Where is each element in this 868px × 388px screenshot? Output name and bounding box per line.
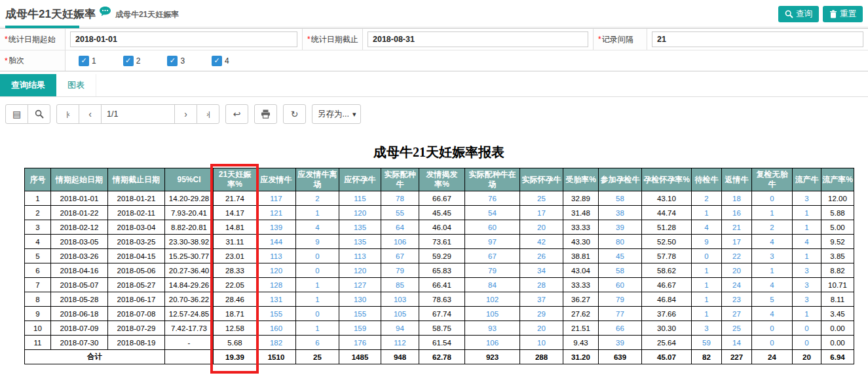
cell-link[interactable]: 45 bbox=[599, 249, 642, 263]
parity-checkbox-2[interactable]: ✓ 2 bbox=[123, 56, 141, 66]
cell-link[interactable]: 93 bbox=[465, 321, 520, 336]
cell-link[interactable]: 27 bbox=[722, 307, 752, 321]
query-button[interactable]: 查询 bbox=[778, 6, 819, 22]
cell-link[interactable]: 155 bbox=[257, 307, 296, 321]
cell-link[interactable]: 1 bbox=[296, 278, 339, 292]
cell-link[interactable]: 58 bbox=[599, 191, 642, 206]
cell-link[interactable]: 17 bbox=[520, 206, 563, 220]
cell-link[interactable]: 4 bbox=[296, 220, 339, 235]
last-page-button[interactable]: ›| bbox=[197, 104, 219, 124]
cell-link[interactable]: 78 bbox=[381, 191, 419, 206]
back-button[interactable]: ↩ bbox=[225, 104, 248, 124]
first-page-button[interactable]: |‹ bbox=[56, 104, 79, 124]
cell-link[interactable]: 79 bbox=[599, 292, 642, 307]
prev-page-button[interactable]: ‹ bbox=[79, 104, 102, 124]
cell-link[interactable]: 94 bbox=[381, 321, 419, 336]
cell-link[interactable]: 37 bbox=[520, 292, 563, 307]
cell-link[interactable]: 24 bbox=[722, 278, 752, 292]
cell-link[interactable]: 0 bbox=[296, 263, 339, 278]
cell-link[interactable]: 1 bbox=[793, 307, 821, 321]
end-date-input[interactable] bbox=[368, 31, 588, 47]
search-button[interactable] bbox=[28, 104, 50, 124]
cell-link[interactable]: 106 bbox=[381, 235, 419, 249]
cell-link[interactable]: 0 bbox=[296, 249, 339, 263]
cell-link[interactable]: 130 bbox=[339, 292, 381, 307]
cell-link[interactable]: 1 bbox=[692, 206, 722, 220]
cell-link[interactable]: 139 bbox=[257, 220, 296, 235]
cell-link[interactable]: 1 bbox=[793, 249, 821, 263]
cell-link[interactable]: 25 bbox=[520, 191, 563, 206]
page-number-input[interactable] bbox=[101, 104, 175, 124]
cell-link[interactable]: 4 bbox=[793, 235, 821, 249]
cell-link[interactable]: 3 bbox=[793, 292, 821, 307]
cell-link[interactable]: 1 bbox=[296, 292, 339, 307]
cell-link[interactable]: 1 bbox=[793, 220, 821, 235]
cell-link[interactable]: 97 bbox=[465, 235, 520, 249]
cell-link[interactable]: 79 bbox=[381, 263, 419, 278]
cell-link[interactable]: 60 bbox=[599, 278, 642, 292]
cell-link[interactable]: 0 bbox=[296, 307, 339, 321]
cell-link[interactable]: 127 bbox=[339, 278, 381, 292]
cell-link[interactable]: 1 bbox=[752, 263, 793, 278]
cell-link[interactable]: 1 bbox=[752, 206, 793, 220]
cell-link[interactable]: 0 bbox=[793, 321, 821, 336]
cell-link[interactable]: 38 bbox=[599, 206, 642, 220]
cell-link[interactable]: 1 bbox=[692, 278, 722, 292]
cell-link[interactable]: 135 bbox=[339, 220, 381, 235]
cell-link[interactable]: 106 bbox=[465, 336, 520, 350]
cell-link[interactable]: 84 bbox=[465, 278, 520, 292]
cell-link[interactable]: 3 bbox=[793, 263, 821, 278]
cell-link[interactable]: 4 bbox=[752, 278, 793, 292]
cell-link[interactable]: 3 bbox=[752, 249, 793, 263]
cell-link[interactable]: 155 bbox=[339, 307, 381, 321]
parity-checkbox-1[interactable]: ✓ 1 bbox=[79, 56, 96, 66]
cell-link[interactable]: 58 bbox=[599, 263, 642, 278]
cell-link[interactable]: 3 bbox=[793, 191, 821, 206]
cell-link[interactable]: 17 bbox=[722, 235, 752, 249]
cell-link[interactable]: 103 bbox=[381, 292, 419, 307]
cell-link[interactable]: 120 bbox=[339, 206, 381, 220]
cell-link[interactable]: 21 bbox=[722, 220, 752, 235]
next-page-button[interactable]: › bbox=[174, 104, 197, 124]
cell-link[interactable]: 9 bbox=[692, 235, 722, 249]
cell-link[interactable]: 59 bbox=[692, 336, 722, 350]
cell-link[interactable]: 0 bbox=[752, 191, 793, 206]
print-button[interactable] bbox=[254, 104, 277, 124]
cell-link[interactable]: 2 bbox=[296, 191, 339, 206]
cell-link[interactable]: 5 bbox=[752, 292, 793, 307]
cell-link[interactable]: 105 bbox=[381, 307, 419, 321]
cell-link[interactable]: 14 bbox=[722, 336, 752, 350]
cell-link[interactable]: 80 bbox=[599, 235, 642, 249]
cell-link[interactable]: 3 bbox=[793, 278, 821, 292]
toggle-panel-button[interactable]: ▤ bbox=[5, 104, 28, 124]
save-as-button[interactable]: 另存为... ▾ bbox=[312, 104, 361, 124]
cell-link[interactable]: 60 bbox=[465, 220, 520, 235]
cell-link[interactable]: 2 bbox=[752, 220, 793, 235]
cell-link[interactable]: 0 bbox=[793, 336, 821, 350]
cell-link[interactable]: 20 bbox=[520, 220, 563, 235]
cell-link[interactable]: 26 bbox=[520, 249, 563, 263]
cell-link[interactable]: 25 bbox=[722, 321, 752, 336]
cell-link[interactable]: 131 bbox=[257, 292, 296, 307]
cell-link[interactable]: 20 bbox=[722, 263, 752, 278]
cell-link[interactable]: 0 bbox=[692, 249, 722, 263]
cell-link[interactable]: 54 bbox=[465, 206, 520, 220]
cell-link[interactable]: 128 bbox=[257, 278, 296, 292]
cell-link[interactable]: 1 bbox=[692, 263, 722, 278]
export-button[interactable]: ↻ bbox=[283, 104, 306, 124]
cell-link[interactable]: 113 bbox=[257, 249, 296, 263]
cell-link[interactable]: 135 bbox=[339, 235, 381, 249]
cell-link[interactable]: 121 bbox=[257, 206, 296, 220]
cell-link[interactable]: 55 bbox=[381, 206, 419, 220]
cell-link[interactable]: 4 bbox=[752, 235, 793, 249]
cell-link[interactable]: 3 bbox=[692, 321, 722, 336]
cell-link[interactable]: 1 bbox=[296, 206, 339, 220]
cell-link[interactable]: 120 bbox=[339, 263, 381, 278]
cell-link[interactable]: 0 bbox=[752, 321, 793, 336]
parity-checkbox-4[interactable]: ✓ 4 bbox=[212, 56, 229, 66]
cell-link[interactable]: 176 bbox=[339, 336, 381, 350]
cell-link[interactable]: 105 bbox=[465, 307, 520, 321]
reset-button[interactable]: 重置 bbox=[823, 6, 863, 22]
cell-link[interactable]: 85 bbox=[381, 278, 419, 292]
cell-link[interactable]: 23 bbox=[722, 292, 752, 307]
